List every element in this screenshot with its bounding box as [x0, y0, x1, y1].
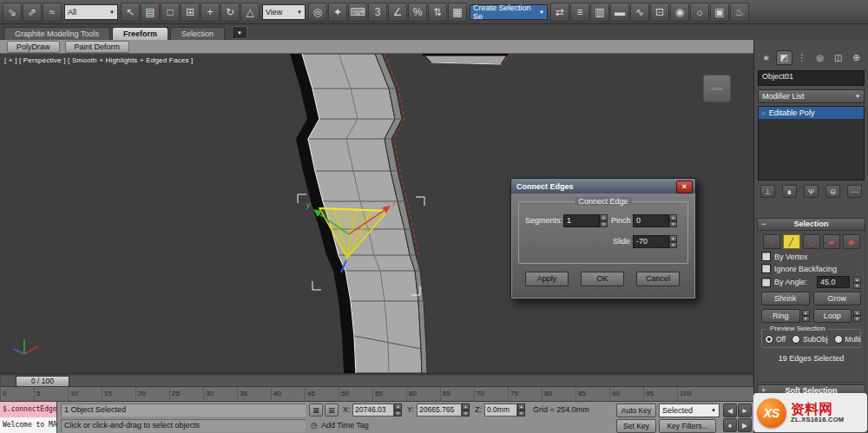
lock-selection-icon[interactable]: ⊠ — [309, 403, 323, 417]
slide-spinner[interactable]: ▴ ▾ — [669, 235, 677, 248]
timeline-tick[interactable]: 35 — [237, 387, 271, 402]
ring-spinner[interactable]: ▴ ▾ — [802, 310, 810, 322]
render-setup-icon[interactable]: ☼ — [690, 3, 709, 22]
named-selection-sets-icon[interactable]: ▦ — [448, 3, 467, 22]
timeline-tick[interactable]: 60 — [406, 387, 440, 402]
by-angle-row[interactable]: By Angle: 45.0 ▴ ▾ — [761, 276, 861, 288]
align-icon[interactable]: ≡ — [570, 3, 589, 22]
shrink-button[interactable]: Shrink — [761, 292, 810, 305]
timeline-tick[interactable]: 0 — [0, 387, 34, 402]
select-and-manipulate-icon[interactable]: ✦ — [328, 3, 347, 22]
ignore-backfacing-checkbox[interactable] — [761, 264, 771, 273]
window-crossing-icon[interactable]: ⊞ — [181, 3, 200, 22]
utilities-panel-icon[interactable]: ⊕ — [848, 50, 865, 65]
maxscript-listener-line[interactable]: Welcome to MAX — [0, 417, 57, 433]
timeline-tick[interactable]: 30 — [203, 387, 237, 402]
x-coordinate-field[interactable]: 20746.03 ▴ ▾ — [352, 403, 402, 417]
object-name-field[interactable]: Object01 — [758, 70, 865, 86]
slide-field[interactable]: -70 ▴ ▾ — [633, 235, 677, 248]
pinch-spinner[interactable]: ▴ ▾ — [669, 214, 677, 227]
hierarchy-panel-icon[interactable]: ⋮ — [794, 50, 811, 65]
timeline-tick[interactable]: 45 — [305, 387, 339, 402]
spinner-down-icon[interactable]: ▾ — [600, 221, 608, 228]
key-filters-button[interactable]: Key Filters... — [659, 419, 716, 433]
segments-field[interactable]: 1 ▴ ▾ — [563, 214, 608, 227]
layer-manager-icon[interactable]: ▥ — [590, 3, 609, 22]
by-vertex-row[interactable]: By Vertex — [761, 252, 861, 261]
preview-radio[interactable]: Off — [765, 335, 786, 344]
segments-spinner[interactable]: ▴ ▾ — [600, 214, 608, 227]
percent-snap-icon[interactable]: % — [408, 3, 427, 22]
unlink-selection-icon[interactable]: ⇗ — [23, 3, 42, 22]
spinner-down-icon[interactable]: ▾ — [394, 410, 402, 417]
loop-button[interactable]: Loop — [813, 309, 852, 323]
timeline-tick[interactable]: 85 — [575, 387, 609, 402]
stack-item-editable-poly[interactable]: ○ Editable Poly — [759, 107, 864, 119]
timeline-tick[interactable]: 25 — [169, 387, 203, 402]
motion-panel-icon[interactable]: ◎ — [812, 50, 828, 65]
display-panel-icon[interactable]: ◫ — [830, 50, 846, 65]
add-time-tag[interactable]: Add Time Tag — [321, 419, 369, 432]
close-icon[interactable]: × — [676, 180, 693, 194]
loop-spinner[interactable]: ▴ ▾ — [853, 310, 861, 322]
create-panel-icon[interactable]: ∗ — [758, 50, 774, 65]
timeline-tick[interactable]: 100 — [677, 387, 711, 402]
material-editor-icon[interactable]: ◉ — [670, 3, 689, 22]
by-angle-value[interactable]: 45.0 — [817, 276, 850, 288]
spinner-down-icon[interactable]: ▾ — [853, 316, 861, 322]
graphite-toggle-icon[interactable]: ▬ — [610, 3, 629, 22]
pinch-field[interactable]: 0 ▴ ▾ — [633, 214, 677, 227]
configure-modifier-sets-icon[interactable]: ⋯ — [847, 185, 862, 198]
set-key-button[interactable]: Set Key — [616, 419, 656, 433]
show-end-result-icon[interactable]: ∎ — [782, 185, 797, 198]
spinner-up-icon[interactable]: ▴ — [517, 403, 525, 410]
modify-panel-icon[interactable]: ◩ — [776, 50, 792, 65]
apply-button[interactable]: Apply — [525, 272, 569, 286]
ribbon-tab[interactable]: Freeform — [112, 27, 168, 40]
spinner-up-icon[interactable]: ▴ — [462, 403, 470, 410]
select-by-name-icon[interactable]: ▤ — [141, 3, 160, 22]
reference-coordinate-dropdown[interactable]: View ▼ — [262, 4, 306, 20]
select-and-rotate-icon[interactable]: ↻ — [220, 3, 240, 22]
snaps-toggle-icon[interactable]: 3 — [368, 3, 387, 22]
ribbon-panel-button[interactable]: Paint Deform — [65, 41, 130, 53]
spinner-down-icon[interactable]: ▾ — [669, 242, 677, 249]
modifier-stack[interactable]: ○ Editable Poly — [758, 106, 865, 180]
transform-typein-icon[interactable]: ⊞ — [325, 403, 339, 417]
timeline-tick[interactable]: 90 — [609, 387, 643, 402]
ribbon-tab[interactable]: Graphite Modeling Tools — [3, 27, 110, 40]
key-mode-icon[interactable]: ● — [723, 418, 737, 432]
spinner-down-icon[interactable]: ▾ — [802, 316, 810, 322]
named-selection-set-dropdown[interactable]: Create Selection Se ▼ — [470, 4, 548, 20]
spinner-up-icon[interactable]: ▴ — [394, 403, 402, 410]
timeline-tick[interactable]: 5 — [34, 387, 68, 402]
element-icon[interactable]: ◆ — [843, 234, 860, 249]
spinner-up-icon[interactable]: ▴ — [853, 310, 861, 316]
by-vertex-checkbox[interactable] — [761, 252, 771, 261]
rendered-frame-icon[interactable]: ▣ — [710, 3, 729, 22]
select-and-scale-icon[interactable]: △ — [240, 3, 260, 22]
next-frame-icon[interactable]: ▶ — [738, 418, 752, 432]
slide-value[interactable]: -70 — [633, 235, 669, 248]
ribbon-config-icon[interactable]: ▾ — [232, 26, 247, 39]
y-coordinate-field[interactable]: 20665.765 ▴ ▾ — [417, 403, 470, 417]
previous-frame-icon[interactable]: ◀ — [723, 403, 737, 417]
render-production-icon[interactable]: ♨ — [730, 3, 749, 22]
mirror-icon[interactable]: ⇄ — [550, 3, 569, 22]
spinner-down-icon[interactable]: ▾ — [669, 221, 677, 228]
z-value[interactable]: 0.0mm — [484, 403, 517, 417]
ribbon-panel-button[interactable]: PolyDraw — [7, 41, 60, 53]
vertex-icon[interactable]: ∴ — [763, 234, 780, 249]
timeline-tick[interactable]: 80 — [542, 387, 575, 402]
dialog-title-bar[interactable]: Connect Edges × — [511, 179, 695, 194]
modifier-list-dropdown[interactable]: Modifier List ▼ — [758, 89, 865, 103]
selection-region-icon[interactable]: □ — [161, 3, 180, 22]
by-angle-spinner[interactable]: ▴ ▾ — [853, 277, 861, 288]
ignore-backfacing-row[interactable]: Ignore Backfacing — [761, 264, 861, 273]
radio-icon[interactable] — [792, 335, 800, 344]
timeline-tick[interactable]: 95 — [643, 387, 677, 402]
y-value[interactable]: 20665.765 — [417, 403, 462, 417]
segments-value[interactable]: 1 — [563, 214, 600, 227]
bind-to-spacewarp-icon[interactable]: ≈ — [43, 3, 62, 22]
polygon-icon[interactable]: ▰ — [823, 234, 840, 249]
